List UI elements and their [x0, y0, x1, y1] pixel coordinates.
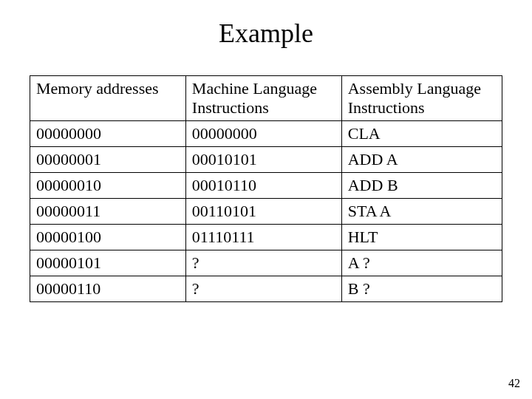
- table-row: 00000000 00000000 CLA: [30, 121, 502, 147]
- cell-assembly: ADD B: [341, 173, 502, 199]
- cell-assembly: ADD A: [341, 147, 502, 173]
- slide: Example Memory addresses Machine Languag…: [0, 0, 532, 399]
- cell-assembly: A ?: [341, 250, 502, 276]
- cell-address: 00000001: [30, 147, 186, 173]
- table-row: 00000100 01110111 HLT: [30, 225, 502, 250]
- table-row: 00000011 00110101 STA A: [30, 199, 502, 225]
- cell-assembly: HLT: [341, 225, 502, 250]
- cell-machine: ?: [185, 250, 341, 276]
- header-assembly-language: Assembly Language Instructions: [341, 76, 502, 121]
- table-header-row: Memory addresses Machine Language Instru…: [30, 76, 502, 121]
- cell-address: 00000000: [30, 121, 186, 147]
- table-row: 00000010 00010110 ADD B: [30, 173, 502, 199]
- cell-address: 00000010: [30, 173, 186, 199]
- cell-machine: 01110111: [185, 225, 341, 250]
- header-memory-addresses: Memory addresses: [30, 76, 186, 121]
- page-title: Example: [0, 0, 532, 75]
- table-row: 00000001 00010101 ADD A: [30, 147, 502, 173]
- cell-machine: 00000000: [185, 121, 341, 147]
- cell-machine: ?: [185, 276, 341, 302]
- cell-machine: 00010101: [185, 147, 341, 173]
- cell-assembly: STA A: [341, 199, 502, 225]
- cell-assembly: CLA: [341, 121, 502, 147]
- cell-address: 00000110: [30, 276, 186, 302]
- cell-address: 00000100: [30, 225, 186, 250]
- cell-machine: 00110101: [185, 199, 341, 225]
- cell-machine: 00010110: [185, 173, 341, 199]
- table-row: 00000110 ? B ?: [30, 276, 502, 302]
- cell-assembly: B ?: [341, 276, 502, 302]
- header-machine-language: Machine Language Instructions: [185, 76, 341, 121]
- table-row: 00000101 ? A ?: [30, 250, 502, 276]
- instruction-table: Memory addresses Machine Language Instru…: [30, 75, 502, 302]
- page-number: 42: [508, 377, 520, 390]
- cell-address: 00000101: [30, 250, 186, 276]
- cell-address: 00000011: [30, 199, 186, 225]
